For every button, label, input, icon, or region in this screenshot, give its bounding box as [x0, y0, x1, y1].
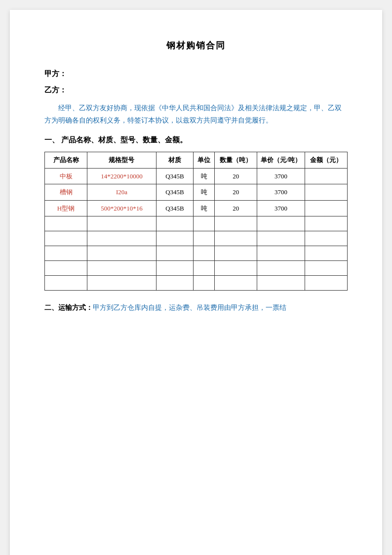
- cell-price: 3700: [257, 184, 305, 201]
- col-header-material: 材质: [156, 152, 193, 169]
- table-empty-row: [45, 246, 348, 261]
- document-title: 钢材购销合同: [44, 40, 348, 51]
- cell-empty: [87, 216, 157, 231]
- col-header-amount: 金额（元）: [305, 152, 347, 169]
- table-empty-row: [45, 231, 348, 246]
- cell-unit: 吨: [194, 184, 215, 201]
- table-empty-row: [45, 276, 348, 291]
- cell-empty: [194, 231, 215, 246]
- cell-empty: [45, 246, 87, 261]
- cell-empty: [87, 261, 157, 276]
- party-b: 乙方：: [44, 85, 348, 95]
- cell-spec: I20a: [87, 184, 157, 201]
- cell-spec: 14*2200*10000: [87, 168, 157, 184]
- table-header-row: 产品名称 规格型号 材质 单位 数量（吨） 单价（元/吨） 金额（元）: [45, 152, 348, 169]
- cell-empty: [305, 231, 347, 246]
- table-row: 中板14*2200*10000Q345B吨203700: [45, 168, 348, 184]
- table-row: H型钢500*200*10*16Q345B吨203700: [45, 200, 348, 216]
- cell-price: 3700: [257, 168, 305, 184]
- cell-quantity: 20: [215, 168, 257, 184]
- cell-empty: [194, 276, 215, 291]
- cell-material: Q345B: [156, 184, 193, 201]
- cell-empty: [257, 216, 305, 231]
- cell-empty: [45, 276, 87, 291]
- product-table: 产品名称 规格型号 材质 单位 数量（吨） 单价（元/吨） 金额（元） 中板14…: [44, 152, 348, 291]
- cell-price: 3700: [257, 200, 305, 216]
- cell-empty: [45, 216, 87, 231]
- cell-unit: 吨: [194, 168, 215, 184]
- cell-empty: [257, 276, 305, 291]
- cell-product: 槽钢: [45, 184, 87, 201]
- table-row: 槽钢I20aQ345B吨203700: [45, 184, 348, 201]
- section2-content: 甲方到乙方仓库内自提，运杂费、吊装费用由甲方承担，一票结: [93, 304, 286, 311]
- cell-empty: [194, 246, 215, 261]
- cell-empty: [87, 231, 157, 246]
- cell-empty: [194, 216, 215, 231]
- cell-empty: [215, 231, 257, 246]
- cell-empty: [156, 216, 193, 231]
- cell-empty: [45, 231, 87, 246]
- cell-empty: [305, 276, 347, 291]
- cell-empty: [156, 246, 193, 261]
- cell-empty: [257, 231, 305, 246]
- cell-quantity: 20: [215, 200, 257, 216]
- cell-empty: [194, 261, 215, 276]
- cell-empty: [305, 216, 347, 231]
- intro-paragraph: 经甲、乙双方友好协商，现依据《中华人民共和国合同法》及相关法律法规之规定，甲、乙…: [44, 102, 348, 127]
- cell-empty: [45, 261, 87, 276]
- cell-amount: [305, 168, 347, 184]
- section1-heading: 一、 产品名称、材质、型号、数量、金额。: [44, 135, 348, 145]
- col-header-spec: 规格型号: [87, 152, 157, 169]
- table-empty-row: [45, 216, 348, 231]
- cell-product: H型钢: [45, 200, 87, 216]
- cell-empty: [215, 246, 257, 261]
- cell-empty: [156, 261, 193, 276]
- cell-empty: [87, 246, 157, 261]
- col-header-product: 产品名称: [45, 152, 87, 169]
- section2-label: 二、运输方式：: [44, 304, 93, 311]
- cell-empty: [87, 276, 157, 291]
- cell-unit: 吨: [194, 200, 215, 216]
- cell-material: Q345B: [156, 168, 193, 184]
- cell-empty: [156, 231, 193, 246]
- intro-text-content: 经甲、乙双方友好协商，现依据《中华人民共和国合同法》及相关法律法规之规定，甲、乙…: [44, 104, 342, 124]
- party-a: 甲方：: [44, 69, 348, 79]
- cell-quantity: 20: [215, 184, 257, 201]
- cell-material: Q345B: [156, 200, 193, 216]
- table-empty-row: [45, 261, 348, 276]
- cell-product: 中板: [45, 168, 87, 184]
- cell-empty: [257, 246, 305, 261]
- cell-amount: [305, 200, 347, 216]
- cell-amount: [305, 184, 347, 201]
- section2-paragraph: 二、运输方式：甲方到乙方仓库内自提，运杂费、吊装费用由甲方承担，一票结: [44, 301, 348, 314]
- document-page: 钢材购销合同 甲方： 乙方： 经甲、乙双方友好协商，现依据《中华人民共和国合同法…: [10, 10, 382, 555]
- col-header-unit: 单位: [194, 152, 215, 169]
- cell-empty: [305, 246, 347, 261]
- cell-empty: [156, 276, 193, 291]
- cell-empty: [215, 276, 257, 291]
- col-header-price: 单价（元/吨）: [257, 152, 305, 169]
- cell-empty: [257, 261, 305, 276]
- cell-empty: [215, 216, 257, 231]
- cell-spec: 500*200*10*16: [87, 200, 157, 216]
- cell-empty: [305, 261, 347, 276]
- col-header-quantity: 数量（吨）: [215, 152, 257, 169]
- cell-empty: [215, 261, 257, 276]
